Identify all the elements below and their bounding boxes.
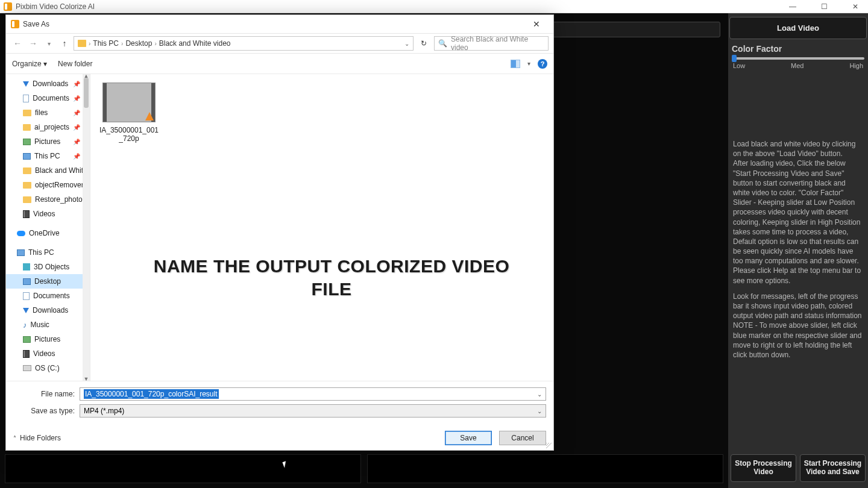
- filename-value: IA_35000001_001_720p_colorSAI_result: [84, 389, 219, 399]
- pin-icon: 📌: [73, 95, 80, 102]
- nav-object-remover[interactable]: objectRemoverS: [6, 178, 90, 192]
- nav-3d-objects[interactable]: 3D Objects: [6, 260, 90, 274]
- color-factor-slider[interactable]: Low Med High: [729, 55, 867, 69]
- savetype-value: MP4 (*.mp4): [84, 407, 124, 415]
- slider-label-high: High: [849, 62, 863, 69]
- pin-icon: 📌: [73, 139, 80, 145]
- dialog-titlebar[interactable]: Save As ✕: [6, 15, 553, 33]
- search-input[interactable]: 🔍 Search Black and White video: [434, 36, 549, 51]
- nav-up-icon[interactable]: ↑: [58, 39, 71, 48]
- nav-downloads[interactable]: Downloads📌: [6, 77, 90, 91]
- view-options-icon[interactable]: [511, 60, 520, 68]
- app-title: Pixbim Video Colorize AI: [16, 2, 95, 11]
- slider-track[interactable]: [732, 57, 864, 60]
- cube-icon: [23, 263, 30, 271]
- folder-icon: [23, 167, 31, 174]
- nav-pictures[interactable]: Pictures📌: [6, 134, 90, 149]
- overlay-instruction-text: NAME THE OUTPUT COLORIZED VIDEO FILE: [139, 255, 524, 300]
- breadcrumb-desktop[interactable]: Desktop: [125, 39, 152, 48]
- file-list-pane[interactable]: IA_35000001_001_720p NAME THE OUTPUT COL…: [90, 74, 553, 381]
- instructions-text: Load black and white video by clicking o…: [729, 136, 867, 369]
- app-logo-icon: [4, 2, 12, 11]
- cancel-button[interactable]: Cancel: [499, 431, 546, 445]
- file-item[interactable]: IA_35000001_001_720p: [99, 83, 159, 143]
- nav-recent-icon[interactable]: ▾: [42, 40, 55, 47]
- nav-videos2[interactable]: Videos: [6, 346, 90, 361]
- resize-grip-icon[interactable]: [546, 443, 552, 449]
- maximize-button[interactable]: ☐: [815, 2, 833, 11]
- dialog-footer: File name: IA_35000001_001_720p_colorSAI…: [6, 381, 553, 450]
- nav-desktop[interactable]: Desktop: [6, 274, 90, 289]
- organize-button[interactable]: Organize ▾: [12, 60, 47, 68]
- nav-pictures2[interactable]: Pictures: [6, 332, 90, 346]
- nav-bw-video[interactable]: Black and White: [6, 163, 90, 178]
- chevron-down-icon[interactable]: ▾: [527, 60, 530, 67]
- window-controls: — ☐ ✕: [784, 2, 864, 11]
- savetype-combo[interactable]: MP4 (*.mp4) ⌄: [80, 404, 546, 418]
- chevron-down-icon[interactable]: ⌄: [404, 40, 409, 47]
- pin-icon: 📌: [73, 124, 80, 131]
- close-button[interactable]: ✕: [846, 2, 864, 11]
- nav-scrollbar[interactable]: ▲ ▼: [83, 74, 90, 381]
- load-video-button[interactable]: Load Video: [729, 17, 867, 39]
- file-item-name: IA_35000001_001_720p: [99, 126, 159, 143]
- dialog-close-button[interactable]: ✕: [524, 19, 549, 29]
- nav-os-c[interactable]: OS (C:): [6, 361, 90, 375]
- nav-files[interactable]: files📌: [6, 105, 90, 120]
- hide-folders-toggle[interactable]: ˄ Hide Folders: [13, 434, 61, 442]
- download-icon: [23, 81, 29, 87]
- chevron-right-icon: ›: [154, 40, 156, 47]
- chevron-down-icon: ⌄: [537, 408, 542, 414]
- minimize-button[interactable]: —: [784, 2, 802, 11]
- dialog-logo-icon: [11, 20, 19, 28]
- nav-forward-icon[interactable]: →: [27, 39, 40, 48]
- pin-icon: 📌: [73, 153, 80, 160]
- video-icon: [23, 350, 30, 358]
- slider-label-low: Low: [733, 62, 745, 69]
- save-button[interactable]: Save: [445, 431, 492, 445]
- slider-labels: Low Med High: [732, 62, 864, 69]
- chevron-up-icon: ˄: [13, 435, 16, 442]
- nav-downloads2[interactable]: Downloads: [6, 303, 90, 318]
- start-processing-button[interactable]: Start Processing Video and Save: [800, 454, 866, 482]
- nav-ai-projects[interactable]: ai_projects📌: [6, 120, 90, 134]
- folder-icon: [23, 124, 31, 131]
- scroll-down-icon[interactable]: ▼: [83, 376, 90, 381]
- right-panel: Load Video Color Factor Low Med High Loa…: [728, 13, 868, 488]
- folder-icon: [23, 110, 31, 116]
- refresh-button[interactable]: ↻: [416, 36, 432, 51]
- address-bar[interactable]: › This PC › Desktop › Black and White vi…: [74, 36, 414, 51]
- chevron-right-icon: ›: [89, 40, 90, 47]
- chevron-down-icon[interactable]: ⌄: [537, 391, 542, 398]
- nav-videos[interactable]: Videos: [6, 207, 90, 221]
- pin-icon: 📌: [73, 110, 80, 116]
- document-icon: [23, 292, 30, 300]
- dialog-title: Save As: [23, 20, 49, 28]
- nav-onedrive[interactable]: OneDrive: [6, 226, 90, 240]
- breadcrumb-folder[interactable]: Black and White video: [159, 39, 231, 48]
- desktop-icon: [23, 278, 31, 285]
- scrollbar-thumb[interactable]: [84, 78, 89, 108]
- nav-thispc[interactable]: This PC: [6, 245, 90, 260]
- stop-processing-button[interactable]: Stop Processing Video: [731, 454, 796, 482]
- nav-restore-photos[interactable]: Restore_photos: [6, 192, 90, 207]
- new-folder-button[interactable]: New folder: [58, 60, 92, 68]
- slider-label-med: Med: [791, 62, 804, 69]
- filename-input[interactable]: IA_35000001_001_720p_colorSAI_result ⌄: [80, 387, 546, 401]
- nav-back-icon[interactable]: ←: [11, 39, 24, 48]
- nav-thispc-quick[interactable]: This PC📌: [6, 149, 90, 163]
- nav-documents2[interactable]: Documents: [6, 289, 90, 303]
- document-icon: [23, 95, 29, 102]
- status-segment: [5, 454, 361, 483]
- nav-documents[interactable]: Documents📌: [6, 91, 90, 105]
- pictures-icon: [23, 139, 31, 145]
- navigation-pane[interactable]: Downloads📌 Documents📌 files📌 ai_projects…: [6, 74, 90, 381]
- dialog-nav-bar: ← → ▾ ↑ › This PC › Desktop › Black and …: [6, 33, 553, 54]
- breadcrumb-pc[interactable]: This PC: [93, 39, 119, 48]
- vlc-cone-icon: [145, 112, 154, 120]
- help-icon[interactable]: ?: [538, 59, 547, 69]
- slider-thumb[interactable]: [732, 55, 737, 62]
- progress-segment: [367, 454, 723, 483]
- pc-icon: [23, 153, 31, 160]
- nav-music[interactable]: ♪Music: [6, 318, 90, 332]
